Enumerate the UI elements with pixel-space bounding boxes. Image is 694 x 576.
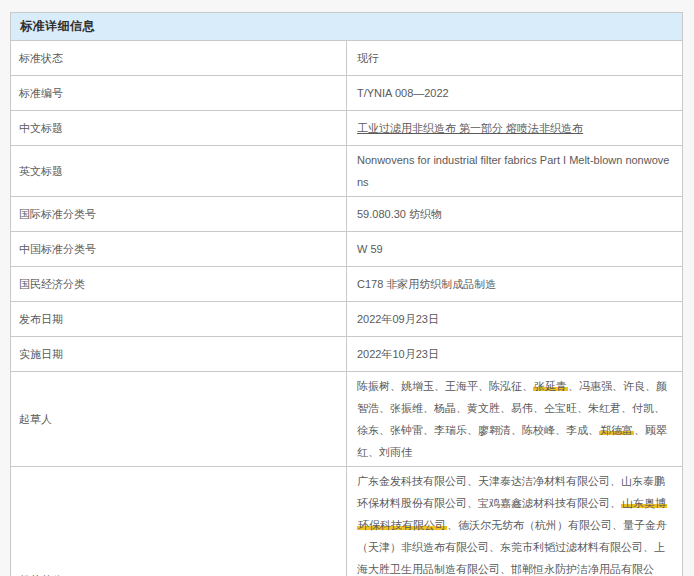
row-label: 起草人 <box>11 372 347 467</box>
panel-header-row: 标准详细信息 <box>11 13 683 41</box>
standard-table-body: 标准状态现行标准编号T/YNIA 008—2022中文标题工业过滤用非织造布 第… <box>11 41 683 576</box>
standard-detail-table: 标准详细信息 标准状态现行标准编号T/YNIA 008—2022中文标题工业过滤… <box>10 12 683 576</box>
value-text: 2022年10月23日 <box>357 348 439 360</box>
value-text: W 59 <box>357 243 383 255</box>
table-row: 标准状态现行 <box>11 41 683 76</box>
value-text: 59.080.30 纺织物 <box>357 208 442 220</box>
row-label: 标准状态 <box>11 41 347 76</box>
highlight-mark: 郑德富 <box>599 424 634 436</box>
table-row: 起草单位广东金发科技有限公司、天津泰达洁净材料有限公司、山东泰鹏环保材料股份有限… <box>11 467 683 576</box>
value-text: Nonwovens for industrial filter fabrics … <box>357 154 669 188</box>
standard-title-link[interactable]: 工业过滤用非织造布 第一部分 熔喷法非织造布 <box>357 122 583 134</box>
row-value: 广东金发科技有限公司、天津泰达洁净材料有限公司、山东泰鹏环保材料股份有限公司、宝… <box>347 467 683 576</box>
page: { "panel": { "title": "标准详细信息", "colors"… <box>0 0 694 576</box>
row-label: 标准编号 <box>11 76 347 111</box>
highlight-mark: 张延青 <box>533 380 568 392</box>
value-text: 现行 <box>357 52 379 64</box>
row-label: 中国标准分类号 <box>11 232 347 267</box>
table-row: 标准编号T/YNIA 008—2022 <box>11 76 683 111</box>
row-value: C178 非家用纺织制成品制造 <box>347 267 683 302</box>
table-row: 中文标题工业过滤用非织造布 第一部分 熔喷法非织造布 <box>11 111 683 146</box>
row-value: 工业过滤用非织造布 第一部分 熔喷法非织造布 <box>347 111 683 146</box>
row-label: 国民经济分类 <box>11 267 347 302</box>
row-value: 陈振树、姚增玉、王海平、陈泓征、张延青、冯惠强、许良、颜智浩、张振维、杨晶、黄文… <box>347 372 683 467</box>
value-text: 2022年09月23日 <box>357 313 439 325</box>
row-value: T/YNIA 008—2022 <box>347 76 683 111</box>
row-value: 59.080.30 纺织物 <box>347 197 683 232</box>
row-label: 发布日期 <box>11 302 347 337</box>
value-text: 陈振树、姚增玉、王海平、陈泓征、 <box>357 380 533 392</box>
row-value: 现行 <box>347 41 683 76</box>
panel-header: 标准详细信息 <box>11 13 683 41</box>
row-label: 英文标题 <box>11 146 347 197</box>
row-value: 2022年10月23日 <box>347 337 683 372</box>
table-row: 发布日期2022年09月23日 <box>11 302 683 337</box>
value-text: 广东金发科技有限公司、天津泰达洁净材料有限公司、山东泰鹏环保材料股份有限公司、宝… <box>357 475 665 509</box>
row-label: 国际标准分类号 <box>11 197 347 232</box>
table-row: 中国标准分类号W 59 <box>11 232 683 267</box>
row-value: W 59 <box>347 232 683 267</box>
row-label: 中文标题 <box>11 111 347 146</box>
table-row: 起草人陈振树、姚增玉、王海平、陈泓征、张延青、冯惠强、许良、颜智浩、张振维、杨晶… <box>11 372 683 467</box>
table-row: 实施日期2022年10月23日 <box>11 337 683 372</box>
table-row: 国际标准分类号59.080.30 纺织物 <box>11 197 683 232</box>
row-label: 起草单位 <box>11 467 347 576</box>
panel-title: 标准详细信息 <box>11 13 683 41</box>
row-value: 2022年09月23日 <box>347 302 683 337</box>
standard-detail-panel: 标准详细信息 标准状态现行标准编号T/YNIA 008—2022中文标题工业过滤… <box>10 12 683 576</box>
value-text: C178 非家用纺织制成品制造 <box>357 278 496 290</box>
row-label: 实施日期 <box>11 337 347 372</box>
table-row: 国民经济分类C178 非家用纺织制成品制造 <box>11 267 683 302</box>
value-text: T/YNIA 008—2022 <box>357 87 449 99</box>
row-value: Nonwovens for industrial filter fabrics … <box>347 146 683 197</box>
table-row: 英文标题Nonwovens for industrial filter fabr… <box>11 146 683 197</box>
